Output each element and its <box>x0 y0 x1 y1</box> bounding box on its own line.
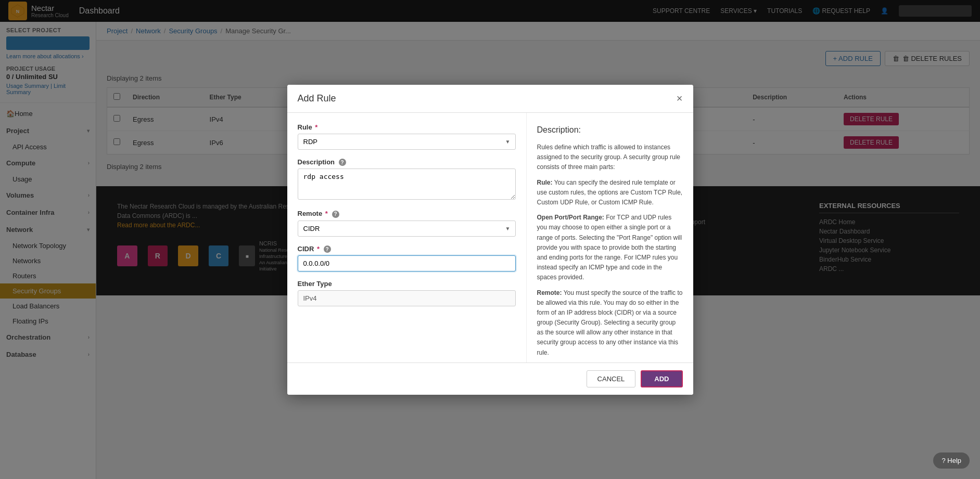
rule-bold-label: Rule: <box>537 179 553 186</box>
modal-overlay: Add Rule × Rule * RDPCustom TCP RuleCust… <box>0 0 980 479</box>
modal-form: Rule * RDPCustom TCP RuleCustom UDP Rule… <box>287 113 527 363</box>
cidr-required-marker: * <box>317 245 320 253</box>
rule-label: Rule * <box>298 123 516 131</box>
ether-type-input <box>298 290 516 306</box>
add-button[interactable]: ADD <box>641 370 682 387</box>
rule-required-marker: * <box>315 123 317 131</box>
remote-select-wrapper: CIDRSecurity Group <box>298 221 516 237</box>
description-label: Description ? <box>298 158 516 166</box>
modal-header: Add Rule × <box>287 85 693 113</box>
modal-body: Rule * RDPCustom TCP RuleCustom UDP Rule… <box>287 113 693 363</box>
add-rule-modal: Add Rule × Rule * RDPCustom TCP RuleCust… <box>287 85 693 395</box>
modal-title: Add Rule <box>298 93 336 104</box>
description-help-icon[interactable]: ? <box>339 159 346 166</box>
description-field-group: Description ? rdp access <box>298 158 516 202</box>
ether-type-field-group: Ether Type <box>298 280 516 306</box>
modal-close-button[interactable]: × <box>677 93 683 103</box>
description-panel-intro: Rules define which traffic is allowed to… <box>537 143 683 173</box>
remote-help-icon[interactable]: ? <box>332 211 339 218</box>
cidr-input[interactable] <box>298 255 516 271</box>
description-panel-port: Open Port/Port Range: For TCP and UDP ru… <box>537 213 683 282</box>
rule-field-group: Rule * RDPCustom TCP RuleCustom UDP Rule… <box>298 123 516 150</box>
description-panel-remote: Remote: You must specify the source of t… <box>537 288 683 358</box>
port-bold-label: Open Port/Port Range: <box>537 214 604 221</box>
modal-footer: CANCEL ADD <box>287 363 693 395</box>
modal-description-panel: Description: Rules define which traffic … <box>527 113 693 363</box>
rule-select-wrapper: RDPCustom TCP RuleCustom UDP RuleCustom … <box>298 134 516 150</box>
cidr-field-group: CIDR * ? <box>298 245 516 272</box>
help-button[interactable]: ? Help <box>933 452 970 469</box>
description-textarea[interactable]: rdp access <box>298 169 516 200</box>
description-panel-heading: Description: <box>537 123 683 137</box>
remote-label: Remote * ? <box>298 210 516 218</box>
remote-required-marker: * <box>325 210 328 217</box>
remote-select[interactable]: CIDRSecurity Group <box>298 221 516 237</box>
remote-bold-label: Remote: <box>537 289 562 296</box>
remote-field-group: Remote * ? CIDRSecurity Group <box>298 210 516 237</box>
cidr-label: CIDR * ? <box>298 245 516 253</box>
cidr-help-icon[interactable]: ? <box>324 245 331 253</box>
rule-select[interactable]: RDPCustom TCP RuleCustom UDP RuleCustom … <box>298 134 516 150</box>
ether-type-label: Ether Type <box>298 280 516 288</box>
cancel-button[interactable]: CANCEL <box>587 370 636 387</box>
description-panel-rule: Rule: You can specify the desired rule t… <box>537 178 683 208</box>
